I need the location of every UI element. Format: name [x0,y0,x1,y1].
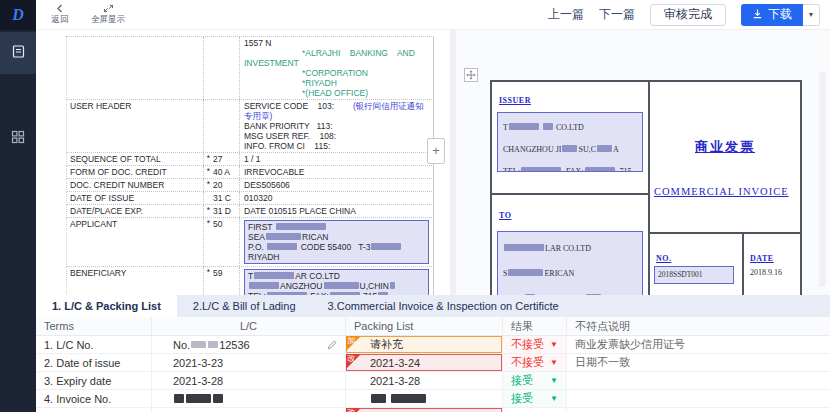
swift-mandatory-flag [203,37,213,99]
issuer-highlight-box[interactable]: T CO.LTD CHANGZHOU JISU,CATEL: FAX: 715 [497,112,643,172]
swift-content-line: *CORPORATION [244,68,429,78]
discrepancy-note-cell [566,390,830,407]
prev-doc-link[interactable]: 上一篇 [548,6,584,23]
redacted-text [509,123,539,130]
swift-field-content: SERVICE CODE 103: (银行间信用证通知专用章)BANK PRIO… [239,100,434,152]
invoice-scrollbar[interactable] [819,72,826,287]
redacted-text [543,123,553,130]
packing-list-value: 请补充 [370,337,403,352]
packing-list-value-cell: 改2021-3-24 [345,354,502,371]
field-highlight-box[interactable]: TAR CO.LTDANGZHOUU,CHINTEL: FAX: 715 [244,269,429,295]
swift-mandatory-flag: * [203,205,213,217]
swift-content-line: MSG USER REF. 108: [244,131,429,141]
packing-list-value-cell: 改 [345,408,502,412]
redacted-text [562,145,577,152]
result-select[interactable]: 接受▼ [511,391,558,406]
invoice-text-line: LAR CO.LTD [503,236,637,261]
app-logo[interactable]: D [0,0,36,30]
to-highlight-box[interactable]: LAR CO.LTDSERICANP.O. B CODE 55400 16789 [497,231,643,295]
invoice-date-cell: DATE 2018.9.16 [744,234,800,295]
swift-field-label: BENEFICIARY [67,267,203,295]
sidebar-item-apps[interactable] [0,118,36,160]
invoice-no-cell: NO. 2018SSDT001 [650,234,744,295]
edit-icon[interactable] [327,340,337,352]
swift-row: DATE OF ISSUE31 C010320 [66,192,434,205]
tab-1[interactable]: 1. L/C & Packing List [36,295,177,317]
to-label: TO [499,211,511,220]
sidebar: D [0,0,36,412]
discrepancy-note-cell [566,408,830,412]
back-button[interactable]: 返回 [36,0,84,30]
swift-field-content: 1 / 1 [239,153,434,165]
swift-field-content: IRREVOCABLE [239,166,434,178]
app-root: D 返回 [0,0,830,412]
redacted-text [254,272,294,279]
invoice-document-panel: ISSUER T CO.LTD CHANGZHOU JISU,CATEL: FA… [456,30,830,295]
swift-content-line: DES505606 [244,180,429,190]
term-cell [36,408,151,412]
result-cell: 不接受▼ [502,336,566,353]
topbar-actions: 上一篇 下一篇 审核完成 下载 ▼ [548,4,830,26]
field-highlight-box[interactable]: FIRST SEARICANP.O. CODE 55400 T-3RIYADH [244,220,429,264]
swift-tag-code: 31 D [213,205,239,217]
redacted-text [390,282,395,289]
result-select[interactable]: 不接受▼ [511,337,558,352]
swift-row: SEQUENCE OF TOTAL*271 / 1 [66,153,434,166]
swift-row: 1557 N*ALRAJHI BANKING ANDINVESTMENT*COR… [66,37,434,100]
invoice-text-line: SERICAN [503,261,637,286]
table-row: 2. Date of issue2021-3-23改2021-3-24不接受▼日… [36,354,830,372]
chevron-down-icon: ▼ [550,340,558,349]
invoice-no-highlight-box[interactable]: 2018SSDT001 [654,266,734,284]
swift-field-label: USER HEADER [67,100,203,152]
result-select[interactable]: 接受▼ [511,373,558,388]
invoice-to-cell: TO LAR CO.LTDSERICANP.O. B CODE 55400 16… [492,195,648,295]
chevron-down-icon: ▼ [550,394,558,403]
invoice-no-label: NO. [656,254,672,263]
download-button[interactable]: 下载 [741,4,803,26]
review-complete-button[interactable]: 审核完成 [650,4,726,26]
swift-message-table: 1557 N*ALRAJHI BANKING ANDINVESTMENT*COR… [66,36,434,295]
invoice-date-value: 2018.9.16 [750,268,782,277]
result-cell [502,408,566,412]
document-icon [11,44,26,63]
redacted-text [508,269,543,276]
download-dropdown-button[interactable]: ▼ [803,4,820,26]
swift-content-line: TAR CO.LTD [248,271,425,281]
redacted-text [267,243,297,250]
packing-list-value: 2021-3-28 [370,375,420,387]
swift-content-line: ANGZHOUU,CHIN [248,281,425,291]
term-cell: 4. Invoice No. [36,390,151,407]
invoice-date-label: DATE [750,254,774,263]
invoice-issuer-cell: ISSUER T CO.LTD CHANGZHOU JISU,CATEL: FA… [492,82,648,195]
result-select[interactable]: 不接受▼ [511,355,558,370]
lc-value-cell: No. 12536 [151,336,345,353]
issuer-label: ISSUER [499,96,531,105]
term-cell: 1. L/C No. [36,336,151,353]
swift-tag-code: 27 [213,153,239,165]
lc-value-cell [151,390,345,407]
swift-tag-code: 50 [213,218,239,266]
redacted-text [371,243,401,250]
swift-content-line: *ALRAJHI BANKING AND [244,48,429,58]
comparison-table-header: TermsL/CPacking List结果不符点说明 [36,317,830,336]
invoice-title-cell: 商业发票 COMMERCIAL INVOICE [650,82,800,234]
expand-panel-button[interactable]: + [427,138,445,164]
swift-field-label: DATE/PLACE EXP. [67,205,203,217]
swift-field-label: APPLICANT [67,218,203,266]
next-doc-link[interactable]: 下一篇 [599,6,635,23]
sidebar-item-document-review[interactable] [0,32,36,74]
fullscreen-button[interactable]: 全屏显示 [84,0,132,30]
download-icon [752,8,763,22]
comparison-tabs: 1. L/C & Packing List2.L/C & Bill of Lad… [36,295,830,317]
discrepancy-note-cell: 商业发票缺少信用证号 [566,336,830,353]
redacted-text [208,341,218,348]
swift-content-line: *RIYADH [244,78,429,88]
move-handle-icon[interactable] [464,68,478,82]
tab-3[interactable]: 3.Commercial Invoice & Inspection on Cer… [312,295,575,317]
swift-field-content: DATE 010515 PLACE CHINA [239,205,434,217]
packing-list-value-cell [345,390,502,407]
table-row: 1. L/C No.No. 12536加请补充不接受▼商业发票缺少信用证号 [36,336,830,354]
redacted-text [597,145,612,152]
tab-2[interactable]: 2.L/C & Bill of Lading [177,295,312,317]
invoice-left-column: ISSUER T CO.LTD CHANGZHOU JISU,CATEL: FA… [492,82,650,295]
